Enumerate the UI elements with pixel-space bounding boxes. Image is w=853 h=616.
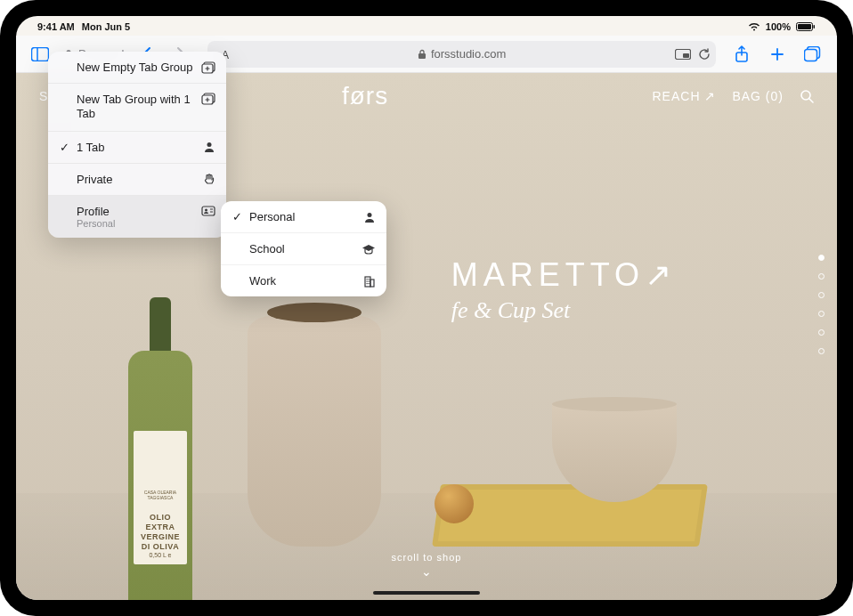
building-icon (363, 275, 376, 288)
svg-rect-32 (369, 283, 370, 284)
tabgroup-plus-icon (201, 93, 215, 105)
svg-rect-29 (367, 280, 368, 281)
menu-profile-value: Personal (77, 218, 115, 229)
hero-line2: fe & Cup Set (451, 297, 677, 324)
svg-rect-8 (418, 53, 426, 59)
wifi-icon (748, 22, 760, 31)
svg-rect-3 (32, 47, 49, 61)
slide-dot[interactable] (818, 311, 825, 317)
menu-new-empty-tab-group[interactable]: New Empty Tab Group (48, 52, 226, 84)
menu-item-label: Profile Personal (77, 205, 115, 229)
lock-icon (418, 49, 426, 60)
status-date: Mon Jun 5 (82, 21, 130, 32)
person-icon (203, 141, 215, 153)
chevron-down-icon: ⌄ (392, 564, 462, 579)
reload-button[interactable] (698, 48, 711, 61)
bottle-label: CASA OLEARIA TAGGIASCA OLIO EXTRA VERGIN… (134, 431, 187, 564)
profile-option-work[interactable]: Work (221, 265, 386, 296)
menu-private[interactable]: Private (48, 164, 226, 196)
battery-percent: 100% (766, 21, 791, 32)
svg-rect-26 (370, 280, 374, 287)
profile-card-icon (201, 205, 215, 217)
tablet-frame: 9:41 AM Mon Jun 5 100% Personal (0, 0, 853, 616)
profile-submenu: ✓Personal School Work (221, 201, 386, 296)
menu-item-label: Private (77, 173, 112, 186)
screen: 9:41 AM Mon Jun 5 100% Personal (16, 16, 837, 600)
graduation-cap-icon (362, 244, 376, 255)
slide-dot[interactable] (818, 329, 825, 336)
napkin-decor (432, 484, 708, 547)
svg-point-21 (205, 208, 207, 211)
nav-reach[interactable]: REACH ↗ (653, 89, 717, 103)
svg-point-24 (368, 213, 372, 217)
svg-rect-30 (369, 280, 370, 281)
address-bar[interactable]: AA forsstudio.com (207, 41, 716, 68)
person-icon (363, 211, 376, 223)
slide-dot[interactable] (818, 255, 825, 261)
pip-icon[interactable] (675, 49, 691, 60)
slide-dot[interactable] (818, 348, 825, 354)
slide-dot[interactable] (818, 273, 825, 280)
menu-item-label: School (249, 242, 285, 255)
svg-rect-31 (367, 283, 368, 284)
home-indicator[interactable] (373, 591, 480, 595)
svg-rect-20 (202, 207, 215, 215)
svg-rect-27 (367, 279, 368, 280)
svg-rect-25 (365, 277, 370, 287)
scroll-hint: scroll to shop ⌄ (392, 552, 462, 579)
menu-profile[interactable]: Profile Personal (48, 196, 226, 238)
menu-one-tab[interactable]: ✓1 Tab (48, 132, 226, 164)
tab-group-menu: New Empty Tab Group New Tab Group with 1… (48, 52, 226, 238)
menu-item-label: Work (249, 274, 276, 288)
hand-privacy-icon (203, 173, 215, 185)
menu-item-label: Personal (249, 210, 295, 223)
profile-option-personal[interactable]: ✓Personal (221, 201, 386, 233)
share-button[interactable] (727, 39, 757, 69)
tabs-overview-button[interactable] (798, 39, 828, 69)
checkmark-icon: ✓ (59, 141, 69, 154)
menu-item-label: New Tab Group with 1 Tab (77, 93, 192, 122)
site-brand[interactable]: førs (342, 82, 388, 110)
svg-point-19 (207, 142, 212, 147)
status-time: 9:41 AM (37, 21, 75, 32)
menu-new-tab-group-with-tabs[interactable]: New Tab Group with 1 Tab (48, 84, 226, 132)
scroll-hint-label: scroll to shop (392, 552, 462, 563)
nav-search-icon[interactable] (800, 89, 814, 103)
address-host: forsstudio.com (431, 47, 507, 61)
jar-decor (248, 315, 381, 547)
status-bar: 9:41 AM Mon Jun 5 100% (16, 16, 837, 36)
svg-rect-1 (798, 24, 811, 29)
svg-rect-13 (805, 49, 817, 61)
tabgroup-plus-icon (201, 61, 215, 74)
bottle-decor: CASA OLEARIA TAGGIASCA OLIO EXTRA VERGIN… (119, 297, 201, 600)
slide-dots (818, 255, 825, 354)
svg-rect-28 (369, 279, 370, 280)
fruit-decor (435, 484, 474, 523)
menu-item-label: New Empty Tab Group (77, 61, 193, 74)
nav-bag[interactable]: BAG (0) (732, 89, 784, 103)
svg-rect-10 (683, 53, 689, 58)
slide-dot[interactable] (818, 292, 825, 298)
checkmark-icon: ✓ (232, 210, 242, 223)
menu-item-label: 1 Tab (77, 141, 105, 154)
svg-rect-2 (814, 25, 816, 28)
new-tab-button[interactable] (762, 39, 792, 69)
hero-title: MARETTO↗ fe & Cup Set (451, 256, 677, 324)
profile-option-school[interactable]: School (221, 233, 386, 265)
battery-icon (796, 22, 816, 31)
hero-line1[interactable]: MARETTO↗ (451, 256, 677, 294)
